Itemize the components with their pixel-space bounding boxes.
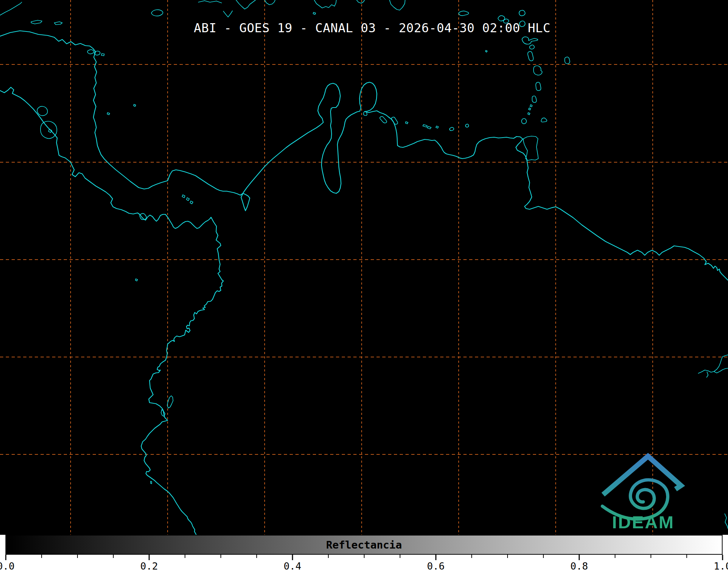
- colorbar-tick-label: 0.8: [571, 560, 588, 571]
- satellite-map: IDEAM ABI - GOES 19 - CANAL 03 - 2026-04…: [0, 0, 728, 535]
- ideam-logo-text: IDEAM: [612, 512, 675, 532]
- islands-offshore-small: [107, 104, 193, 484]
- colorbar-minor-tick: [256, 555, 257, 558]
- colorbar-minor-tick: [471, 555, 472, 558]
- map-title: ABI - GOES 19 - CANAL 03 - 2026-04-30 02…: [194, 21, 551, 35]
- colorbar-minor-tick: [113, 555, 114, 558]
- colorbar-major-tick: [722, 555, 723, 560]
- colorbar-minor-tick: [77, 555, 78, 558]
- colorbar-major-tick: [149, 555, 150, 560]
- colorbar-minor-tick: [328, 555, 329, 558]
- coastlines: [0, 0, 728, 535]
- colorbar-label: Reflectancia: [0, 535, 728, 555]
- coastline-central-america-caribbean: [0, 31, 168, 189]
- colorbar-major-tick: [292, 555, 293, 560]
- colorbar-minor-tick: [185, 555, 185, 558]
- colorbar-tick-label: 0.4: [284, 560, 302, 571]
- coastline-guyana-fragment: [698, 355, 728, 377]
- colorbar-minor-tick: [543, 555, 544, 558]
- coastline-right-edge-fragment: [725, 514, 728, 529]
- colorbar-major-tick: [435, 555, 437, 560]
- colorbar-minor-tick: [686, 555, 687, 558]
- colorbar-minor-tick: [220, 555, 221, 558]
- graticule-gridlines: [0, 0, 728, 535]
- colorbar-tick-label: 0.0: [0, 560, 14, 571]
- map-svg: IDEAM: [0, 0, 728, 535]
- colorbar: Reflectancia: [0, 535, 728, 555]
- colorbar-tick-label: 0.2: [140, 560, 158, 571]
- colorbar-minor-tick: [364, 555, 365, 558]
- estuary-guayaquil: [161, 396, 173, 416]
- coastline-panama-venezuela-delta: [168, 82, 728, 280]
- colorbar-minor-tick: [615, 555, 615, 558]
- ideam-logo: IDEAM: [602, 456, 681, 532]
- colorbar-tick-label: 0.6: [427, 560, 445, 571]
- colorbar-minor-tick: [507, 555, 508, 558]
- colorbar-axis: 0.00.20.40.60.81.0: [0, 555, 728, 571]
- colorbar-major-tick: [579, 555, 580, 560]
- coastline-pacific-south-america: [0, 87, 223, 535]
- islands-abc-los-roques: [363, 112, 469, 131]
- colorbar-minor-tick: [651, 555, 651, 558]
- colorbar-major-tick: [5, 555, 7, 560]
- colorbar-minor-tick: [400, 555, 400, 558]
- goes-satellite-product: { "title": "ABI - GOES 19 - CANAL 03 - 2…: [0, 0, 728, 571]
- colorbar-minor-tick: [41, 555, 42, 558]
- colorbar-tick-label: 1.0: [714, 560, 728, 571]
